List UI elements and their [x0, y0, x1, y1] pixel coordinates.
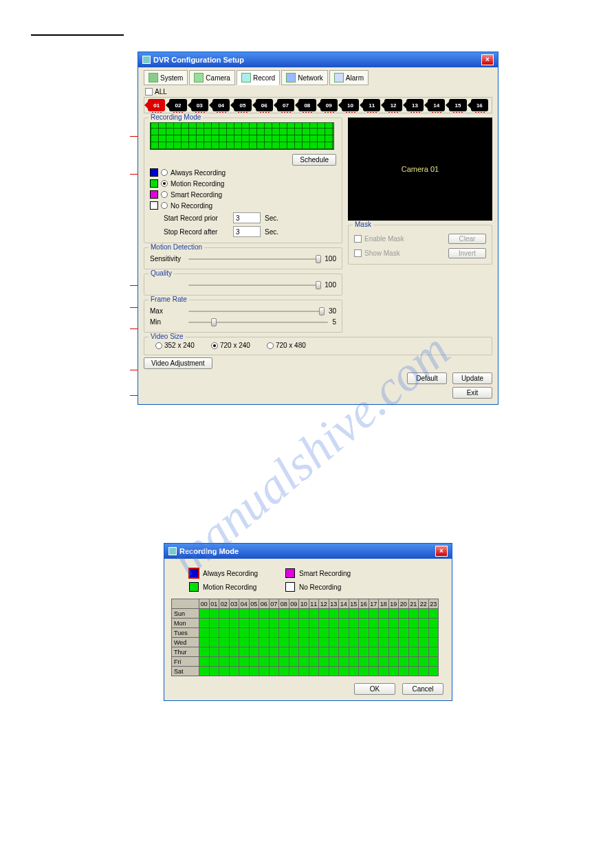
- close-button[interactable]: ×: [435, 546, 448, 557]
- schedule-cell[interactable]: [379, 638, 389, 647]
- schedule-cell[interactable]: [408, 609, 419, 619]
- schedule-cell[interactable]: [249, 647, 259, 657]
- schedule-cell[interactable]: [408, 667, 419, 676]
- tab-alarm[interactable]: Alarm: [329, 70, 369, 85]
- cancel-button[interactable]: Cancel: [402, 683, 443, 695]
- schedule-cell[interactable]: [279, 657, 289, 667]
- exit-button[interactable]: Exit: [452, 387, 492, 399]
- schedule-cell[interactable]: [259, 647, 270, 657]
- camera-chip-01[interactable]: 01: [148, 99, 165, 111]
- schedule-cell[interactable]: [199, 628, 210, 638]
- schedule-cell[interactable]: [369, 647, 379, 657]
- schedule-cell[interactable]: [249, 657, 259, 667]
- schedule-cell[interactable]: [199, 619, 210, 628]
- schedule-cell[interactable]: [359, 667, 369, 676]
- schedule-cell[interactable]: [329, 667, 339, 676]
- smart-radio[interactable]: [161, 191, 168, 198]
- schedule-cell[interactable]: [388, 628, 399, 638]
- tab-network[interactable]: Network: [281, 70, 328, 85]
- all-checkbox[interactable]: [145, 88, 153, 96]
- schedule-cell[interactable]: [199, 667, 210, 676]
- schedule-cell[interactable]: [239, 647, 250, 657]
- schedule-cell[interactable]: [209, 609, 219, 619]
- camera-chip-09[interactable]: 09: [320, 99, 338, 111]
- schedule-cell[interactable]: [299, 667, 309, 676]
- vsize-720x480-radio[interactable]: [267, 342, 274, 349]
- no-color-swatch[interactable]: [285, 582, 295, 592]
- schedule-cell[interactable]: [309, 619, 319, 628]
- schedule-cell[interactable]: [279, 609, 289, 619]
- schedule-cell[interactable]: [408, 647, 419, 657]
- schedule-cell[interactable]: [329, 619, 339, 628]
- schedule-cell[interactable]: [319, 667, 329, 676]
- schedule-cell[interactable]: [299, 628, 309, 638]
- schedule-cell[interactable]: [219, 628, 230, 638]
- schedule-cell[interactable]: [289, 619, 299, 628]
- schedule-cell[interactable]: [339, 619, 349, 628]
- schedule-cell[interactable]: [349, 657, 359, 667]
- schedule-cell[interactable]: [428, 638, 439, 647]
- schedule-cell[interactable]: [289, 667, 299, 676]
- schedule-cell[interactable]: [399, 667, 409, 676]
- schedule-cell[interactable]: [408, 657, 419, 667]
- schedule-cell[interactable]: [239, 628, 250, 638]
- schedule-cell[interactable]: [329, 638, 339, 647]
- schedule-cell[interactable]: [359, 628, 369, 638]
- schedule-cell[interactable]: [279, 638, 289, 647]
- schedule-cell[interactable]: [289, 628, 299, 638]
- always-color-swatch[interactable]: [189, 568, 199, 578]
- schedule-button[interactable]: Schedule: [292, 154, 336, 166]
- schedule-cell[interactable]: [299, 647, 309, 657]
- enable-mask-checkbox[interactable]: [354, 235, 362, 243]
- schedule-cell[interactable]: [349, 638, 359, 647]
- schedule-cell[interactable]: [369, 609, 379, 619]
- schedule-cell[interactable]: [299, 638, 309, 647]
- schedule-cell[interactable]: [229, 609, 239, 619]
- schedule-cell[interactable]: [259, 667, 270, 676]
- motion-color-swatch[interactable]: [189, 582, 199, 592]
- schedule-cell[interactable]: [428, 628, 439, 638]
- schedule-cell[interactable]: [239, 609, 250, 619]
- schedule-cell[interactable]: [408, 638, 419, 647]
- schedule-cell[interactable]: [319, 628, 329, 638]
- schedule-cell[interactable]: [419, 628, 429, 638]
- schedule-cell[interactable]: [369, 657, 379, 667]
- schedule-cell[interactable]: [359, 619, 369, 628]
- schedule-cell[interactable]: [349, 628, 359, 638]
- camera-chip-06[interactable]: 06: [256, 99, 273, 111]
- schedule-cell[interactable]: [209, 619, 219, 628]
- camera-chip-04[interactable]: 04: [212, 99, 230, 111]
- schedule-cell[interactable]: [309, 628, 319, 638]
- schedule-cell[interactable]: [219, 647, 230, 657]
- schedule-cell[interactable]: [259, 609, 270, 619]
- schedule-cell[interactable]: [388, 638, 399, 647]
- tab-camera[interactable]: Camera: [189, 70, 235, 85]
- schedule-table[interactable]: 0001020304050607080910111213141516171819…: [171, 599, 439, 676]
- schedule-cell[interactable]: [199, 638, 210, 647]
- schedule-cell[interactable]: [199, 657, 210, 667]
- schedule-cell[interactable]: [229, 628, 239, 638]
- schedule-cell[interactable]: [269, 609, 279, 619]
- schedule-cell[interactable]: [199, 647, 210, 657]
- schedule-mini-grid[interactable]: [150, 122, 334, 150]
- schedule-cell[interactable]: [309, 667, 319, 676]
- max-value[interactable]: 30: [329, 307, 336, 315]
- max-slider[interactable]: [188, 306, 325, 315]
- schedule-cell[interactable]: [279, 619, 289, 628]
- schedule-cell[interactable]: [379, 628, 389, 638]
- schedule-cell[interactable]: [299, 657, 309, 667]
- schedule-cell[interactable]: [319, 619, 329, 628]
- schedule-cell[interactable]: [269, 628, 279, 638]
- schedule-cell[interactable]: [319, 657, 329, 667]
- schedule-cell[interactable]: [219, 657, 230, 667]
- schedule-cell[interactable]: [399, 609, 409, 619]
- no-radio[interactable]: [161, 202, 168, 209]
- schedule-cell[interactable]: [229, 667, 239, 676]
- schedule-cell[interactable]: [349, 609, 359, 619]
- schedule-cell[interactable]: [408, 628, 419, 638]
- schedule-cell[interactable]: [399, 657, 409, 667]
- schedule-cell[interactable]: [289, 638, 299, 647]
- vsize-720x240-radio[interactable]: [211, 342, 218, 349]
- schedule-cell[interactable]: [428, 619, 439, 628]
- schedule-cell[interactable]: [428, 657, 439, 667]
